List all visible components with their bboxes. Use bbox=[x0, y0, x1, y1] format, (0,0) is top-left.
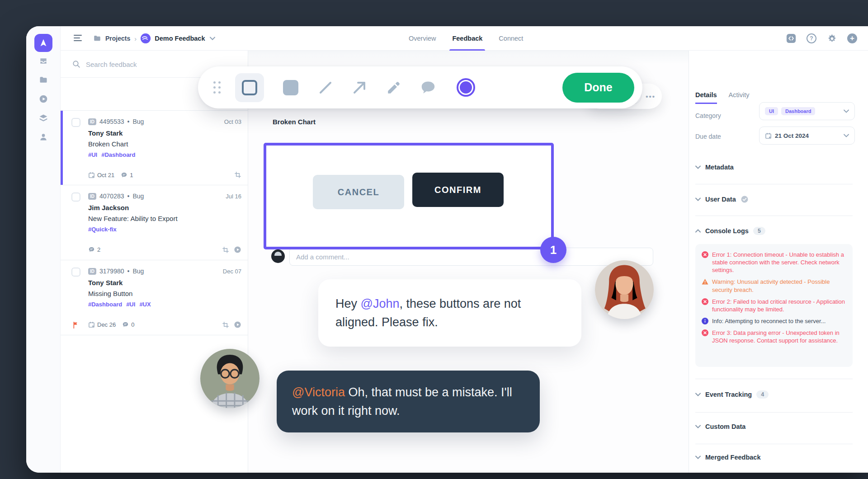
due-date: Dec 26 bbox=[97, 321, 116, 328]
screen-crop-icon[interactable] bbox=[234, 171, 241, 178]
due-date-label: Due date bbox=[695, 133, 721, 140]
screen-crop-icon[interactable] bbox=[222, 246, 229, 254]
add-new-icon[interactable] bbox=[847, 33, 857, 43]
arrow-icon bbox=[351, 79, 368, 96]
app-logo[interactable] bbox=[34, 34, 52, 52]
screen-title: Broken Chart bbox=[273, 118, 316, 126]
comment-input[interactable] bbox=[289, 248, 653, 266]
cancel-button[interactable]: CANCEL bbox=[313, 175, 404, 209]
navigation-arrow-icon bbox=[38, 38, 48, 48]
tag[interactable]: #Dashboard bbox=[101, 151, 135, 158]
help-icon[interactable] bbox=[807, 33, 816, 43]
bullet: • bbox=[127, 118, 130, 125]
chevron-down-icon bbox=[695, 165, 701, 169]
section-console-logs[interactable]: Console Logs 5 bbox=[695, 227, 853, 235]
feedback-card[interactable]: ID 3179980 • Bug Dec 07 Tony Stark Missi… bbox=[61, 260, 248, 335]
tab-overview[interactable]: Overview bbox=[409, 26, 436, 51]
category-select[interactable]: UI Dashboard bbox=[759, 102, 855, 120]
divider bbox=[695, 412, 853, 413]
card-checkbox[interactable] bbox=[71, 118, 80, 127]
card-date: Dec 07 bbox=[223, 268, 241, 275]
play-recording-icon[interactable] bbox=[234, 321, 241, 329]
card-title: Broken Chart bbox=[88, 140, 241, 148]
filled-rectangle-icon bbox=[283, 80, 298, 95]
layers-icon[interactable] bbox=[39, 113, 48, 122]
log-entry: Info: Attempting to reconnect to the ser… bbox=[702, 317, 846, 325]
settings-gear-icon[interactable] bbox=[827, 33, 837, 43]
breadcrumb-project-name[interactable]: Demo Feedback bbox=[155, 35, 205, 42]
comment-count: 1 bbox=[130, 172, 133, 178]
annotation-rectangle[interactable] bbox=[264, 143, 554, 249]
section-label: Metadata bbox=[705, 164, 734, 171]
section-metadata[interactable]: Metadata bbox=[695, 164, 853, 171]
top-bar: Projects › Demo Feedback Overview Feedba… bbox=[61, 26, 868, 51]
screen-crop-icon[interactable] bbox=[222, 321, 229, 329]
divider bbox=[695, 471, 853, 472]
section-custom-data[interactable]: Custom Data bbox=[695, 423, 853, 430]
line-icon bbox=[317, 80, 334, 96]
due-date-select[interactable]: 21 Oct 2024 bbox=[759, 127, 855, 145]
id-badge: ID bbox=[88, 193, 96, 200]
card-date: Jul 16 bbox=[226, 193, 241, 200]
section-label: Console Logs bbox=[705, 227, 749, 235]
user-icon[interactable] bbox=[39, 132, 48, 141]
embed-code-icon[interactable] bbox=[786, 33, 796, 43]
drag-handle-icon[interactable] bbox=[213, 81, 221, 94]
done-button[interactable]: Done bbox=[562, 73, 634, 103]
tab-details[interactable]: Details bbox=[695, 91, 717, 104]
tab-connect[interactable]: Connect bbox=[499, 26, 523, 51]
tab-activity[interactable]: Activity bbox=[729, 91, 750, 104]
mention[interactable]: @John bbox=[361, 297, 400, 310]
filled-rectangle-tool[interactable] bbox=[264, 80, 298, 95]
folder-icon[interactable] bbox=[39, 75, 48, 85]
tag[interactable]: #Dashboard bbox=[88, 301, 122, 308]
tag[interactable]: #Quick-fix bbox=[88, 226, 117, 233]
chevron-down-icon bbox=[844, 109, 849, 113]
play-icon[interactable] bbox=[39, 94, 48, 103]
tag[interactable]: #UI bbox=[126, 301, 135, 308]
section-user-data[interactable]: User Data bbox=[695, 195, 853, 203]
sidebar-nav bbox=[26, 56, 61, 141]
card-checkbox[interactable] bbox=[71, 268, 80, 277]
section-merged-feedback[interactable]: Merged Feedback bbox=[695, 454, 853, 461]
play-recording-icon[interactable] bbox=[234, 246, 241, 254]
confirm-button[interactable]: CONFIRM bbox=[412, 173, 504, 207]
arrow-tool[interactable] bbox=[351, 79, 368, 96]
comment-count: 0 bbox=[131, 321, 134, 328]
priority-flag-icon[interactable] bbox=[72, 321, 80, 329]
line-tool[interactable] bbox=[317, 80, 334, 96]
card-tags: #UI #Dashboard bbox=[88, 151, 241, 158]
card-tags: #Quick-fix bbox=[88, 226, 241, 233]
breadcrumb-projects[interactable]: Projects bbox=[105, 35, 130, 42]
error-icon bbox=[702, 251, 708, 258]
id-badge: ID bbox=[88, 118, 96, 125]
breadcrumb-folder-icon bbox=[93, 34, 101, 42]
tag[interactable]: #UI bbox=[88, 151, 97, 158]
feedback-card[interactable]: ID 4495533 • Bug Oct 03 Tony Stark Broke… bbox=[61, 110, 248, 185]
error-icon bbox=[702, 329, 708, 336]
color-swatch[interactable] bbox=[457, 78, 475, 97]
more-options-icon[interactable] bbox=[646, 93, 656, 100]
section-event-tracking[interactable]: Event Tracking 4 bbox=[695, 390, 853, 399]
search-icon bbox=[72, 60, 80, 68]
id-badge: ID bbox=[88, 268, 96, 275]
log-entry: Error 1: Connection timeout - Unable to … bbox=[702, 251, 846, 274]
mention[interactable]: @Victoria bbox=[292, 385, 345, 399]
tag[interactable]: #UX bbox=[139, 301, 151, 308]
due-date-value: 21 Oct 2024 bbox=[775, 132, 809, 139]
chevron-down-icon bbox=[844, 134, 849, 137]
rectangle-tool[interactable] bbox=[235, 73, 264, 102]
avatar-victoria bbox=[595, 260, 654, 319]
menu-icon[interactable] bbox=[74, 35, 82, 43]
chat-bubble: @Victoria Oh, that must be a mistake. I'… bbox=[277, 371, 540, 432]
tab-feedback[interactable]: Feedback bbox=[452, 26, 482, 51]
chevron-down-icon[interactable] bbox=[210, 37, 215, 40]
feedback-card[interactable]: ID 4070283 • Bug Jul 16 Jim Jackson New … bbox=[61, 185, 248, 260]
card-checkbox[interactable] bbox=[71, 193, 80, 202]
card-meta: Oct 21 1 bbox=[88, 171, 241, 178]
category-label: Category bbox=[695, 112, 721, 119]
inbox-icon[interactable] bbox=[39, 56, 48, 66]
annotation-marker-badge[interactable]: 1 bbox=[540, 237, 566, 263]
comment-tool[interactable] bbox=[420, 79, 437, 96]
pen-tool[interactable] bbox=[386, 80, 401, 95]
